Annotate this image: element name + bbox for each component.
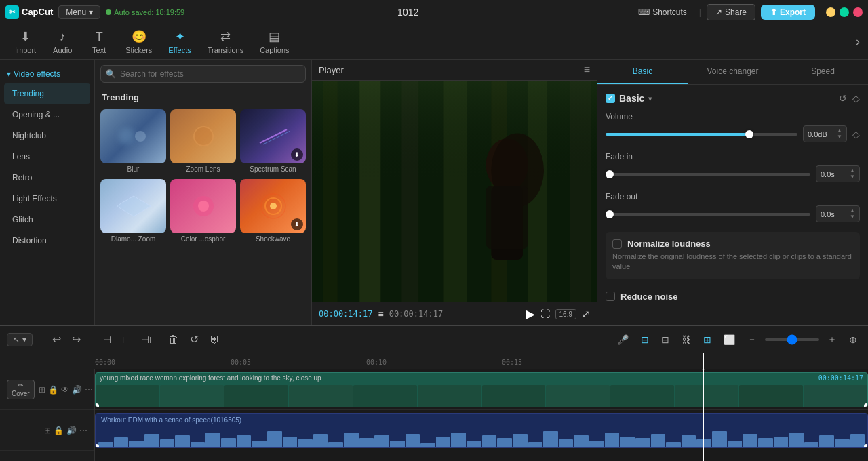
zoom-in-button[interactable]: ＋ [823, 331, 841, 348]
playhead[interactable] [703, 369, 704, 461]
player-menu-button[interactable]: ≡ [584, 64, 590, 76]
normalize-checkbox[interactable] [612, 239, 622, 249]
clip-left-anchor[interactable] [95, 403, 99, 407]
track-more-icon[interactable]: ⋯ [85, 385, 93, 395]
shortcuts-button[interactable]: ⌨ Shortcuts [631, 5, 694, 20]
effect-label-shockwave: Shockwave [240, 233, 306, 245]
split-center-button[interactable]: ⊣⊢ [138, 332, 160, 348]
ruler-mark-2: 00:10 [366, 359, 387, 366]
menu-button[interactable]: Menu ▾ [58, 5, 100, 19]
loop-button[interactable]: ↺ [187, 330, 201, 348]
sidebar-item-distortion[interactable]: Distortion [4, 230, 90, 251]
volume-down-button[interactable]: ▼ [837, 134, 842, 140]
audio-resize-icon[interactable]: ⊞ [44, 426, 51, 435]
export-button[interactable]: ⬆ Export [761, 5, 815, 20]
share-button[interactable]: ↗ Share [707, 4, 755, 20]
volume-keyframe-button[interactable]: ◇ [852, 129, 860, 140]
cursor-select[interactable]: ↖ ▾ [7, 333, 33, 346]
add-track-button[interactable]: ⊕ [845, 332, 861, 348]
audio-track-label: ⊞ 🔒 🔊 ⋯ [0, 410, 94, 451]
fade-in-value[interactable]: 0.0s ▲ ▼ [816, 165, 860, 182]
diamond-icon[interactable]: ◇ [852, 93, 860, 104]
effect-card-blur[interactable]: Blur [100, 109, 166, 175]
volume-slider[interactable] [606, 133, 797, 136]
tab-basic[interactable]: Basic [597, 60, 688, 84]
zoom-slider[interactable] [765, 338, 819, 341]
video-effects-header[interactable]: ▾ Video effects [0, 65, 94, 83]
fullscreen-button[interactable]: ⤢ [582, 308, 590, 319]
close-button[interactable] [853, 7, 863, 17]
audio-volume-icon[interactable]: 🔊 [66, 426, 77, 435]
fit-screen-button[interactable]: ⛶ [540, 308, 550, 319]
right-tabs: Basic Voice changer Speed [597, 60, 868, 85]
split-right-button[interactable]: ⊢ [119, 332, 133, 348]
track-resize-icon[interactable]: ⊞ [39, 385, 45, 395]
zoom-out-button[interactable]: － [743, 331, 761, 348]
audio-clip[interactable]: Workout EDM with a sense of speed(101650… [95, 413, 868, 448]
redo-button[interactable]: ↪ [69, 330, 83, 348]
sidebar-item-trending[interactable]: Trending [4, 83, 90, 104]
maximize-button[interactable] [840, 7, 849, 17]
tool-text[interactable]: T Text [82, 27, 116, 57]
audio-right-anchor[interactable] [864, 444, 868, 448]
tool-audio[interactable]: ♪ Audio [45, 27, 79, 57]
audio-connect-button[interactable]: ⊟ [657, 332, 673, 348]
shield-button[interactable]: ⛨ [207, 331, 223, 348]
sidebar-item-glitch[interactable]: Glitch [4, 209, 90, 230]
fade-in-down-button[interactable]: ▼ [850, 174, 855, 180]
track-volume-icon[interactable]: 🔊 [72, 385, 82, 395]
mic-button[interactable]: 🎤 [613, 332, 633, 348]
tab-speed[interactable]: Speed [778, 60, 868, 84]
section-checkbox[interactable]: ✓ [606, 94, 615, 103]
audio-more-icon[interactable]: ⋯ [79, 426, 87, 435]
tool-import[interactable]: ⬇ Import [8, 26, 43, 57]
effect-card-diamond-zoom[interactable]: Diamo... Zoom [100, 179, 166, 245]
shortcuts-label: Shortcuts [652, 7, 687, 17]
reset-icon[interactable]: ↺ [839, 93, 847, 104]
clip-split-button[interactable]: ⊞ [699, 332, 715, 348]
fade-out-down-button[interactable]: ▼ [850, 214, 855, 220]
video-connect-button[interactable]: ⊟ [637, 332, 653, 348]
audio-lock-icon[interactable]: 🔒 [54, 426, 64, 435]
fade-out-slider[interactable] [606, 213, 810, 216]
link-button[interactable]: ⛓ [677, 332, 695, 348]
sidebar-item-nightclub[interactable]: Nightclub [4, 125, 90, 146]
sidebar-item-opening[interactable]: Opening & ... [4, 104, 90, 125]
fade-out-up-button[interactable]: ▲ [850, 208, 855, 214]
fade-in-up-button[interactable]: ▲ [850, 168, 855, 174]
effect-card-shockwave[interactable]: ⬇ Shockwave [240, 179, 306, 245]
audio-left-anchor[interactable] [95, 444, 99, 448]
tool-captions[interactable]: ▤ Captions [253, 26, 296, 57]
reduce-noise-checkbox[interactable] [606, 292, 615, 301]
minimize-button[interactable] [826, 7, 835, 17]
track-lock-icon[interactable]: 🔒 [48, 385, 58, 395]
more-tools-button[interactable]: › [856, 35, 860, 49]
split-left-button[interactable]: ⊣ [100, 332, 114, 348]
sidebar-item-lens[interactable]: Lens [4, 146, 90, 167]
sidebar-item-light-effects[interactable]: Light Effects [4, 188, 90, 209]
video-clip[interactable]: young mixed race woman exploring forest … [95, 372, 868, 407]
cover-button[interactable]: ✏ Cover [7, 380, 35, 399]
volume-value[interactable]: 0.0dB ▲ ▼ [803, 125, 847, 142]
tab-voice-changer[interactable]: Voice changer [688, 60, 778, 84]
undo-button[interactable]: ↩ [50, 330, 64, 348]
fade-out-value[interactable]: 0.0s ▲ ▼ [816, 205, 860, 222]
effect-card-spectrum[interactable]: ⬇ Spectrum Scan [240, 109, 306, 175]
tool-effects[interactable]: ✦ Effects [161, 26, 197, 57]
play-button[interactable]: ▶ [526, 306, 535, 321]
audio-icon: ♪ [60, 30, 66, 44]
clip-right-anchor[interactable] [864, 403, 868, 407]
volume-up-button[interactable]: ▲ [837, 128, 842, 134]
tool-stickers[interactable]: 😊 Stickers [119, 26, 159, 57]
delete-button[interactable]: 🗑 [165, 331, 182, 348]
chapters-button[interactable]: ≡ [378, 308, 383, 319]
overlay-button[interactable]: ⬜ [719, 332, 739, 348]
tool-transitions[interactable]: ⇄ Transitions [201, 26, 250, 57]
effect-card-color-osphor[interactable]: Color ...osphor [170, 179, 236, 245]
timeline: ↖ ▾ ↩ ↪ ⊣ ⊢ ⊣⊢ 🗑 ↺ ⛨ 🎤 ⊟ ⊟ ⛓ ⊞ ⬜ － ＋ ⊕ 0… [0, 325, 868, 461]
search-input[interactable] [100, 65, 306, 83]
fade-in-slider[interactable] [606, 173, 810, 176]
effect-card-zoom-lens[interactable]: Zoom Lens [170, 109, 236, 175]
sidebar-item-retro[interactable]: Retro [4, 167, 90, 188]
track-eye-icon[interactable]: 👁 [61, 385, 69, 395]
